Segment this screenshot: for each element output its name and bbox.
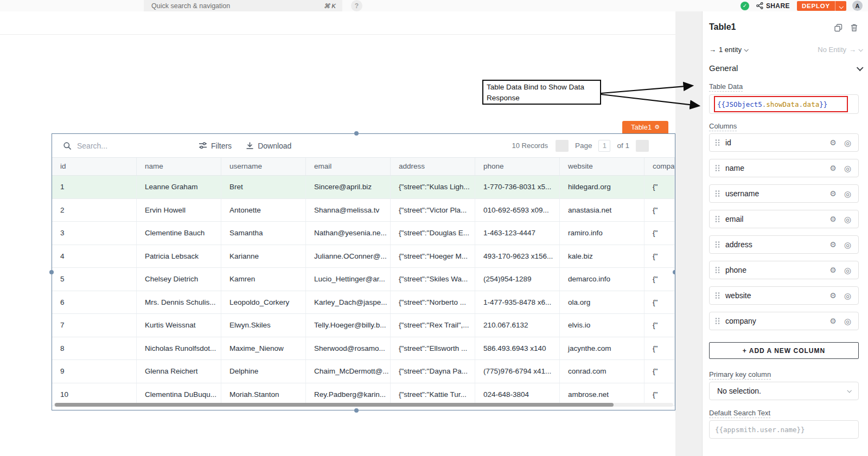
column-card-company[interactable]: company⚙◎ — [709, 312, 859, 330]
drag-handle-icon[interactable] — [715, 317, 720, 325]
table-cell: 8 — [52, 337, 137, 360]
incoming-entities-dropdown[interactable]: → 1 entity — [709, 46, 748, 54]
column-settings-gear-icon[interactable]: ⚙ — [829, 317, 837, 325]
primary-key-select[interactable]: No selection. — [709, 382, 859, 400]
copy-widget-button[interactable] — [834, 24, 843, 32]
column-card-address[interactable]: address⚙◎ — [709, 235, 859, 254]
table-cell: Glenna Reichert — [137, 360, 221, 383]
canvas-gutter — [675, 11, 702, 456]
column-card-username[interactable]: username⚙◎ — [709, 184, 859, 203]
table-row[interactable]: 7Kurtis WeissnatElwyn.SkilesTelly.Hoeger… — [52, 314, 675, 337]
drag-handle-icon[interactable] — [715, 139, 720, 146]
column-card-label: website — [725, 291, 829, 300]
table-cell: {" — [644, 314, 675, 337]
deploy-button[interactable]: DEPLOY — [797, 1, 846, 11]
column-header-username[interactable]: username — [221, 158, 306, 175]
drag-handle-icon[interactable] — [715, 190, 720, 197]
resize-handle-top[interactable] — [354, 131, 359, 136]
binding-code-token: JSObject5 — [725, 100, 762, 108]
table-cell: jacynthe.com — [560, 337, 644, 360]
column-visibility-eye-icon[interactable]: ◎ — [844, 292, 851, 300]
quick-search-placeholder: Quick search & navigation — [151, 2, 230, 10]
drag-handle-icon[interactable] — [715, 241, 720, 248]
table-cell: Sherwood@rosamo... — [306, 337, 391, 360]
column-settings-gear-icon[interactable]: ⚙ — [829, 241, 837, 248]
column-settings-gear-icon[interactable]: ⚙ — [829, 292, 837, 299]
table-row[interactable]: 5Chelsey DietrichKamrenLucio_Hettinger@a… — [52, 268, 675, 291]
drag-handle-icon[interactable] — [715, 292, 720, 299]
columns-label: Columns — [709, 122, 737, 130]
column-header-address[interactable]: address — [391, 158, 475, 175]
column-visibility-eye-icon[interactable]: ◎ — [844, 266, 851, 274]
widget-settings-gear-icon[interactable]: ⚙ — [654, 124, 660, 130]
table-hscrollbar-thumb[interactable] — [55, 403, 614, 407]
table-cell: 1-463-123-4447 — [475, 222, 560, 245]
column-card-website[interactable]: website⚙◎ — [709, 286, 859, 305]
table-row[interactable]: 2Ervin HowellAntonetteShanna@melissa.tv{… — [52, 199, 675, 222]
outgoing-entities-dropdown[interactable]: No Entity → — [818, 46, 862, 54]
quick-search-input[interactable]: Quick search & navigation ⌘ K — [144, 0, 342, 11]
column-settings-gear-icon[interactable]: ⚙ — [829, 190, 837, 197]
column-settings-gear-icon[interactable]: ⚙ — [829, 266, 837, 274]
column-visibility-eye-icon[interactable]: ◎ — [844, 190, 851, 198]
column-header-id[interactable]: id — [52, 158, 137, 175]
table-widget[interactable]: Search... Filters Download — [52, 133, 675, 410]
table-row[interactable]: 9Glenna ReichertDelphineChaim_McDermott@… — [52, 360, 675, 383]
table-row[interactable]: 8Nicholas Runolfsdot...Maxime_NienowSher… — [52, 337, 675, 361]
column-visibility-eye-icon[interactable]: ◎ — [844, 164, 851, 172]
column-visibility-eye-icon[interactable]: ◎ — [844, 215, 851, 223]
table-cell: Karianne — [221, 245, 306, 268]
table-cell: 10 — [52, 383, 137, 406]
editor-canvas[interactable]: Table Data Bind to Show Data Response Ta… — [0, 11, 675, 456]
column-visibility-eye-icon[interactable]: ◎ — [844, 317, 851, 325]
column-card-id[interactable]: id⚙◎ — [709, 133, 859, 152]
section-general[interactable]: General — [709, 63, 862, 73]
drag-handle-icon[interactable] — [715, 215, 720, 223]
filters-button[interactable]: Filters — [199, 142, 232, 150]
column-visibility-eye-icon[interactable]: ◎ — [844, 139, 851, 147]
column-header-name[interactable]: name — [137, 158, 221, 175]
column-header-company[interactable]: company — [644, 158, 675, 175]
table-cell: {" — [644, 291, 675, 314]
widget-name-tag[interactable]: Table1 ⚙ — [622, 121, 668, 133]
resize-handle-bottom[interactable] — [354, 408, 359, 413]
help-button[interactable]: ? — [351, 0, 362, 11]
column-header-website[interactable]: website — [560, 158, 644, 175]
table-data-binding-input[interactable]: {{JSObject5.showData.data}} — [709, 94, 859, 114]
table-cell: {" — [644, 245, 675, 268]
column-header-phone[interactable]: phone — [475, 158, 560, 175]
table-row[interactable]: 4Patricia LebsackKarianneJulianne.OConne… — [52, 245, 675, 268]
download-button[interactable]: Download — [246, 142, 291, 150]
table-cell: 586.493.6943 x140 — [475, 337, 560, 360]
table-cell: {" — [644, 176, 675, 198]
delete-widget-button[interactable] — [850, 23, 858, 32]
binding-code-token: . — [799, 100, 803, 108]
column-settings-gear-icon[interactable]: ⚙ — [829, 164, 837, 172]
table-cell: 4 — [52, 245, 137, 268]
next-page-button[interactable] — [636, 140, 649, 152]
binding-code-token: showData — [766, 100, 799, 108]
table-row[interactable]: 6Mrs. Dennis Schulis...Leopoldo_CorkeryK… — [52, 291, 675, 314]
prev-page-button[interactable] — [556, 140, 569, 152]
column-header-email[interactable]: email — [306, 158, 391, 175]
drag-handle-icon[interactable] — [715, 266, 720, 274]
share-button[interactable]: SHARE — [756, 2, 790, 10]
table-search-input[interactable]: Search... — [63, 142, 187, 150]
default-search-input[interactable] — [709, 420, 859, 439]
deploy-menu-button[interactable] — [835, 1, 846, 11]
page-number-input[interactable] — [598, 140, 610, 152]
avatar[interactable]: A — [852, 1, 863, 11]
table-row[interactable]: 3Clementine BauchSamanthaNathan@yesenia.… — [52, 222, 675, 245]
column-card-email[interactable]: email⚙◎ — [709, 210, 859, 228]
resize-handle-left[interactable] — [49, 270, 54, 274]
drag-handle-icon[interactable] — [715, 164, 720, 172]
topbar-right-cluster: ✓ SHARE DEPLOY — [741, 0, 846, 11]
table-row[interactable]: 1Leanne GrahamBretSincere@april.biz{"str… — [52, 176, 675, 199]
column-visibility-eye-icon[interactable]: ◎ — [844, 241, 851, 249]
column-settings-gear-icon[interactable]: ⚙ — [829, 215, 837, 223]
add-new-column-button[interactable]: + ADD A NEW COLUMN — [709, 342, 859, 359]
column-settings-gear-icon[interactable]: ⚙ — [829, 139, 837, 146]
column-card-name[interactable]: name⚙◎ — [709, 159, 859, 177]
section-general-label: General — [709, 63, 738, 73]
column-card-phone[interactable]: phone⚙◎ — [709, 261, 859, 279]
